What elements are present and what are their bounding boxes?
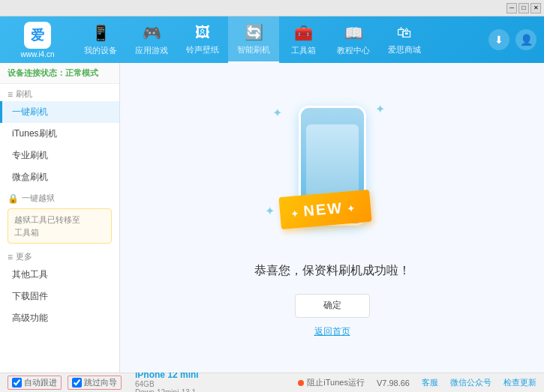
skip-wizard-checkbox[interactable]: 跳过向导 [68,376,122,390]
nav-items: 📱 我的设备 🎮 应用游戏 🖼 铃声壁纸 🔄 智能刷机 🧰 工具箱 📖 教程中心… [75,16,488,63]
sidebar-item-download-firmware[interactable]: 下载固件 [0,286,119,307]
nav-mall-label: 爱思商城 [388,44,421,55]
wechat-public-link[interactable]: 微信公众号 [450,377,491,388]
more-section-icon: ≡ [8,252,13,262]
device-icon: 📱 [92,24,110,42]
nav-right-area: ⬇ 👤 [488,29,544,50]
nav-mall[interactable]: 🛍 爱思商城 [379,16,430,63]
user-btn[interactable]: 👤 [515,29,536,50]
download-btn[interactable]: ⬇ [488,29,509,50]
sparkle-3: ✦ [265,204,275,218]
sidebar-item-micro-flash[interactable]: 微盒刷机 [0,166,119,188]
toolbox-icon: 🧰 [294,24,313,42]
bottom-left: 自动跟进 跳过向导 iPhone 12 mini 64GB Down-12min… [8,370,199,393]
logo-icon: 爱 [24,22,51,49]
header: 爱 www.i4.cn 📱 我的设备 🎮 应用游戏 🖼 铃声壁纸 🔄 智能刷机 … [0,16,544,63]
nav-smart-flash[interactable]: 🔄 智能刷机 [228,16,279,63]
bottom-bar: 自动跟进 跳过向导 iPhone 12 mini 64GB Down-12min… [0,373,544,392]
window-controls[interactable]: ─ □ ✕ [506,3,541,13]
itunes-status-dot [298,380,304,386]
itunes-status-label: 阻止iTunes运行 [307,377,365,388]
auto-follow-label: 自动跟进 [24,377,57,388]
sidebar: 设备连接状态：正常模式 ≡ 刷机 一键刷机 iTunes刷机 专业刷机 微盒刷机… [0,63,120,373]
wallpaper-icon: 🖼 [195,24,210,41]
nav-flash-label: 智能刷机 [237,44,270,55]
jailbreak-note: 越狱工具已转移至工具箱 [8,208,112,244]
device-info: iPhone 12 mini 64GB Down-12mini-13.1 [135,370,199,393]
other-tools-label: 其他工具 [12,269,48,280]
sparkle-1: ✦ [272,106,282,120]
phone-illustration: ✦ ✦ ✦ NEW [257,98,407,248]
sidebar-item-itunes-flash[interactable]: iTunes刷机 [0,123,119,145]
auto-follow-checkbox[interactable]: 自动跟进 [8,376,62,390]
device-capacity: 64GB [135,380,199,388]
check-update-link[interactable]: 检查更新 [503,377,536,388]
pro-flash-label: 专业刷机 [12,150,48,160]
logo-area: 爱 www.i4.cn [0,22,75,58]
connection-status: 设备连接状态：正常模式 [0,63,119,84]
flash-section-header: ≡ 刷机 [0,84,119,101]
sidebar-item-pro-flash[interactable]: 专业刷机 [0,145,119,166]
nav-toolbox-label: 工具箱 [291,45,316,56]
device-model: Down-12mini-13.1 [135,388,199,393]
close-btn[interactable]: ✕ [530,3,541,13]
content-area: ✦ ✦ ✦ NEW 恭喜您，保资料刷机成功啦！ 确定 返回首页 [120,63,544,373]
nav-apps-label: 应用游戏 [135,45,168,56]
more-section-label: 更多 [16,251,32,262]
title-bar: ─ □ ✕ [0,0,544,16]
status-label: 设备连接状态： [8,68,65,77]
back-link[interactable]: 返回首页 [314,325,350,338]
nav-wallpaper[interactable]: 🖼 铃声壁纸 [177,16,228,63]
maximize-btn[interactable]: □ [518,3,529,13]
jailbreak-section-label: 一键越狱 [22,193,55,204]
main-container: 设备连接状态：正常模式 ≡ 刷机 一键刷机 iTunes刷机 专业刷机 微盒刷机… [0,63,544,373]
sidebar-item-advanced[interactable]: 高级功能 [0,307,119,329]
itunes-flash-label: iTunes刷机 [12,128,57,139]
bottom-right: 阻止iTunes运行 V7.98.66 客服 微信公众号 检查更新 [298,377,536,388]
apps-icon: 🎮 [143,24,161,42]
itunes-status: 阻止iTunes运行 [298,377,365,388]
minimize-btn[interactable]: ─ [506,3,517,13]
advanced-label: 高级功能 [12,313,48,323]
sparkle-2: ✦ [375,102,385,116]
sidebar-item-other-tools[interactable]: 其他工具 [0,264,119,286]
more-section-header: ≡ 更多 [0,247,119,264]
success-message: 恭喜您，保资料刷机成功啦！ [254,263,410,279]
one-click-flash-label: 一键刷机 [12,106,48,117]
flash-section-icon: ≡ [8,89,13,100]
nav-tutorial[interactable]: 📖 教程中心 [328,16,379,63]
flash-icon: 🔄 [245,23,263,41]
skip-wizard-input[interactable] [72,378,82,388]
sidebar-item-one-click-flash[interactable]: 一键刷机 [0,101,119,123]
nav-wallpaper-label: 铃声壁纸 [186,44,219,55]
lock-icon: 🔒 [8,193,19,204]
nav-toolbox[interactable]: 🧰 工具箱 [279,16,328,63]
mall-icon: 🛍 [397,24,412,41]
skip-wizard-label: 跳过向导 [84,377,117,388]
customer-service-link[interactable]: 客服 [422,377,438,388]
version-label: V7.98.66 [377,379,410,388]
download-firmware-label: 下载固件 [12,291,48,301]
nav-apps-games[interactable]: 🎮 应用游戏 [126,16,177,63]
jailbreak-section-header: 🔒 一键越狱 [0,188,119,205]
nav-my-device-label: 我的设备 [84,45,117,56]
tutorial-icon: 📖 [344,24,363,42]
nav-my-device[interactable]: 📱 我的设备 [75,16,126,63]
auto-follow-input[interactable] [12,378,22,388]
nav-tutorial-label: 教程中心 [337,45,370,56]
micro-flash-label: 微盒刷机 [12,172,48,182]
confirm-button[interactable]: 确定 [295,294,370,318]
status-value: 正常模式 [65,68,98,77]
flash-section-label: 刷机 [16,88,32,100]
logo-text: www.i4.cn [20,50,54,58]
